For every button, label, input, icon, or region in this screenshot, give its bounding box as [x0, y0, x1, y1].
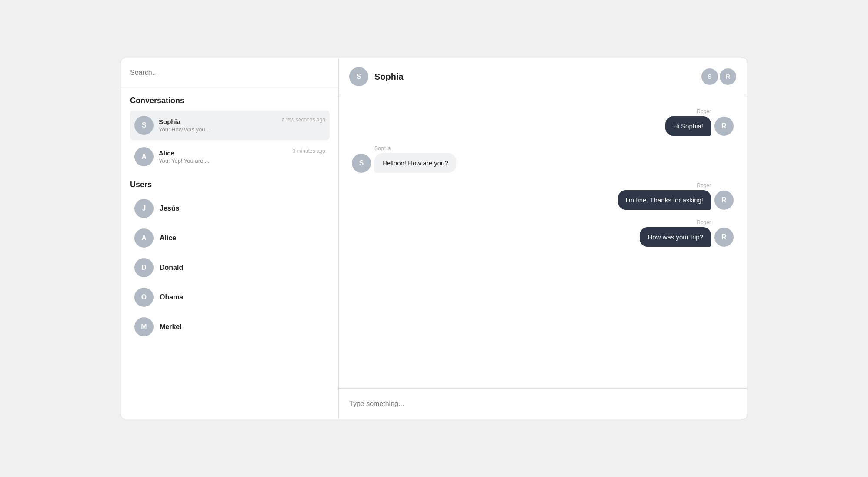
conversations-section-title: Conversations	[130, 96, 330, 105]
user-name: Alice	[160, 234, 176, 242]
conversation-item-sophia[interactable]: S Sophia You: How was you... a few secon…	[130, 111, 330, 140]
message-sender-label: Roger	[697, 182, 711, 188]
message-avatar: R	[714, 228, 734, 247]
chat-header-name: Sophia	[374, 72, 404, 82]
conversation-info: Sophia You: How was you...	[159, 118, 278, 133]
conversation-item-alice[interactable]: A Alice You: Yep! You are ... 3 minutes …	[130, 142, 330, 171]
message-group-right: Roger Hi Sophia!	[665, 108, 711, 136]
conversation-name: Alice	[159, 149, 289, 157]
message-bubble: Hellooo! How are you?	[374, 153, 456, 173]
conversation-preview: You: How was you...	[159, 126, 278, 133]
message-wrapper-msg2: S Sophia Hellooo! How are you?	[352, 145, 734, 173]
conversation-time: a few seconds ago	[282, 117, 325, 123]
users-section-title: Users	[130, 180, 330, 189]
user-name: Donald	[160, 264, 183, 272]
message-wrapper-msg3: Roger I'm fine. Thanks for asking! R	[352, 182, 734, 210]
users-section: Users J Jesús A Alice D Donald O Obama M…	[130, 180, 330, 341]
left-panel: Conversations S Sophia You: How was you.…	[121, 58, 339, 419]
message-sender-label: Roger	[697, 219, 711, 225]
messages-area: Roger Hi Sophia! R S Sophia Hellooo! How…	[339, 95, 747, 388]
search-bar	[121, 58, 338, 87]
conversation-time: 3 minutes ago	[293, 148, 325, 154]
user-avatar: D	[134, 258, 154, 277]
user-avatar: J	[134, 199, 154, 218]
message-group-right: Roger I'm fine. Thanks for asking!	[618, 182, 711, 210]
message-bubble: I'm fine. Thanks for asking!	[618, 190, 711, 210]
search-input[interactable]	[130, 69, 330, 77]
header-right-avatars: SR	[701, 68, 736, 85]
header-avatar-r: R	[720, 68, 736, 85]
conversation-name: Sophia	[159, 118, 278, 125]
message-group-right: Roger How was your trip?	[640, 219, 711, 247]
message-wrapper-msg4: Roger How was your trip? R	[352, 219, 734, 247]
user-item-merkel[interactable]: M Merkel	[130, 313, 330, 341]
user-item-donald[interactable]: D Donald	[130, 254, 330, 282]
user-name: Merkel	[160, 323, 182, 331]
user-avatar: O	[134, 288, 154, 307]
user-item-alice[interactable]: A Alice	[130, 224, 330, 252]
right-panel: S Sophia SR Roger Hi Sophia! R S Sophia …	[339, 58, 747, 419]
conversation-avatar: S	[134, 116, 154, 135]
message-bubble: Hi Sophia!	[665, 116, 711, 136]
left-content: Conversations S Sophia You: How was you.…	[121, 87, 338, 419]
message-avatar: R	[714, 191, 734, 210]
conversations-list: S Sophia You: How was you... a few secon…	[130, 111, 330, 171]
user-name: Jesús	[160, 205, 179, 212]
conversation-info: Alice You: Yep! You are ...	[159, 149, 289, 164]
user-avatar: A	[134, 228, 154, 248]
chat-header: S Sophia SR	[339, 58, 747, 95]
conversation-avatar: A	[134, 147, 154, 166]
user-item-obama[interactable]: O Obama	[130, 283, 330, 311]
chat-input[interactable]	[349, 400, 736, 408]
message-wrapper-msg1: Roger Hi Sophia! R	[352, 108, 734, 136]
message-avatar: R	[714, 117, 734, 136]
message-group-left: Sophia Hellooo! How are you?	[374, 145, 456, 173]
message-sender-label: Roger	[697, 108, 711, 114]
user-name: Obama	[160, 293, 183, 301]
user-item-jesus[interactable]: J Jesús	[130, 195, 330, 222]
header-avatar-s: S	[701, 68, 718, 85]
app-container: Conversations S Sophia You: How was you.…	[121, 58, 747, 419]
conversation-preview: You: Yep! You are ...	[159, 158, 289, 164]
message-bubble: How was your trip?	[640, 227, 711, 247]
chat-input-area	[339, 388, 747, 419]
users-list: J Jesús A Alice D Donald O Obama M Merke…	[130, 195, 330, 341]
user-avatar: M	[134, 317, 154, 336]
message-sender-label: Sophia	[374, 145, 456, 151]
chat-header-avatar: S	[349, 67, 368, 86]
message-avatar: S	[352, 154, 371, 173]
